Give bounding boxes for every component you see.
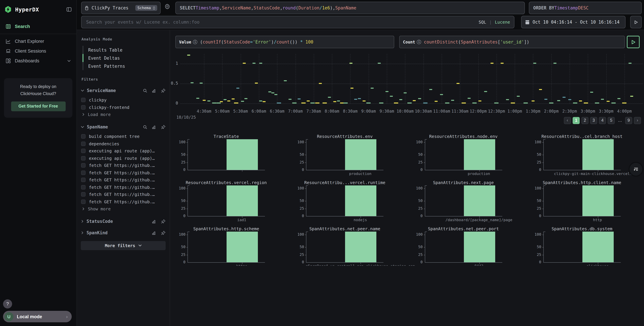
checkbox[interactable] [81,105,86,110]
checkbox[interactable] [81,192,86,197]
x-axis-tick-label: 1:00pm [508,109,522,114]
checkbox[interactable] [81,156,86,160]
filter-item-label[interactable]: fetch GET https://github.… [89,199,155,204]
mini-plot-area [188,139,265,170]
order-by-editor[interactable]: ORDER BY Timestamp DESC [529,2,642,14]
load-more-link[interactable]: Load more [82,111,166,118]
source-selector[interactable]: ClickPy Traces Schema [81,2,160,14]
sidebar-collapse-icon[interactable] [66,7,72,12]
pin-icon[interactable] [161,219,166,224]
sidebar-item-client-sessions[interactable]: Client Sessions [0,46,76,56]
search-icon[interactable] [143,88,148,93]
filter-item-label[interactable]: executing api route (app)… [89,156,155,161]
schema-badge[interactable]: Schema [136,5,158,11]
search-input[interactable] [86,19,474,25]
analysis-mode-event-deltas[interactable]: Event Deltas [82,54,170,62]
data-point [611,102,616,103]
mini-chart-resourceattributes-env[interactable]: ResourceAttributes.env10050250production [289,134,407,180]
filter-group-header-servicename[interactable]: ServiceName [81,88,166,93]
chart-settings-fab[interactable] [630,163,642,176]
filter-item-label[interactable]: clickpy-frontend [89,105,130,110]
analysis-mode-event-patterns[interactable]: Event Patterns [82,62,170,70]
filter-item-label[interactable]: fetch GET https://github.… [89,170,155,175]
filter-item-label[interactable]: clickpy [89,98,106,103]
get-started-button[interactable]: Get Started for Free [11,101,66,111]
pagination-page-4[interactable]: 4 [599,117,606,124]
filter-item-label[interactable]: fetch GET https://github.… [89,178,155,183]
mini-chart-resourceattribu-vercel-runtime[interactable]: ResourceAttribu...vercel.runtime10050250… [289,180,407,226]
mini-chart-resourceattributes-vercel-region[interactable]: ResourceAttributes.vercel.region10050250… [170,180,289,226]
mini-chart-spanattributes-net-peer-name[interactable]: SpanAttributes.net.peer.name10050250z5nr… [289,226,407,266]
mini-chart-spanattributes-net-peer-port[interactable]: SpanAttributes.net.peer.port100502508443 [407,226,526,266]
checkbox[interactable] [81,185,86,190]
checkbox[interactable] [81,149,86,153]
mini-y-tick-label: 25 [289,160,304,164]
filter-group-header-spankind[interactable]: SpanKind [81,230,166,235]
checkbox[interactable] [81,200,86,204]
mini-chart-tracestate[interactable]: TraceState10050250 [170,134,289,180]
count-expression-input[interactable]: Count i countDistinct(SpanAttributes['us… [399,36,625,48]
mini-plot-area [425,139,502,170]
bar-chart-icon[interactable] [152,88,156,93]
filter-group-header-spanname[interactable]: SpanName [81,124,166,129]
data-point [298,98,300,99]
checkbox[interactable] [81,171,86,175]
sidebar-item-chart-explorer[interactable]: Chart Explorer [0,36,76,46]
pagination-page-9[interactable]: 9 [625,117,632,124]
y-axis-tick [186,162,188,163]
pin-icon[interactable] [161,125,166,129]
more-filters-button[interactable]: More filters [81,241,166,250]
pin-icon[interactable] [161,88,166,93]
search-icon[interactable] [143,125,148,129]
pagination-page-5[interactable]: 5 [608,117,615,124]
mini-chart-spanattributes-db-system[interactable]: SpanAttributes.db.system10050250clickhou… [526,226,644,266]
pagination-page-2[interactable]: 2 [582,117,588,124]
help-button[interactable]: ? [3,299,12,308]
run-search-button[interactable] [630,16,642,28]
mini-chart-spanattributes-http-scheme[interactable]: SpanAttributes.http.scheme10050250https [170,226,289,266]
filter-item-label[interactable]: fetch GET https://github.… [89,163,155,168]
local-mode-menu[interactable]: U Local mode › [3,311,72,322]
filter-item-label[interactable]: build component tree [89,134,140,139]
data-point [390,96,393,97]
y-axis-tick-label: 1 [170,61,178,66]
checkbox[interactable] [81,178,86,182]
sidebar-item-dashboards[interactable]: Dashboards [0,56,76,66]
filter-item-label[interactable]: dependencies [89,141,119,146]
data-point [461,102,466,103]
checkbox[interactable] [81,98,86,102]
lucene-mode-toggle[interactable]: Lucene [495,20,510,25]
analysis-mode-results-table[interactable]: Results Table [82,46,170,54]
event-deltas-chart[interactable]: 10/10/25 00.514:30am5:00am5:30am6:00am6:… [170,47,644,119]
pagination-prev[interactable]: ‹ [564,117,571,124]
data-point [274,94,278,95]
checkbox[interactable] [81,163,86,168]
sql-mode-toggle[interactable]: SQL [478,20,486,25]
pagination-page-1[interactable]: 1 [573,117,580,124]
sidebar-item-search[interactable]: Search [0,22,76,31]
gear-icon[interactable] [164,4,170,9]
bar-chart-icon[interactable] [152,125,156,129]
run-query-button[interactable] [627,36,640,48]
time-range-picker[interactable]: Oct 10 04:16:14 - Oct 10 16:16:14 [521,16,626,28]
checkbox[interactable] [81,134,86,139]
checkbox[interactable] [81,142,86,146]
pagination-next[interactable]: › [634,117,641,124]
filter-item-label[interactable]: fetch GET https://github.… [89,192,155,197]
pagination-page-3[interactable]: 3 [590,117,597,124]
filter-group-header-statuscode[interactable]: StatusCode [81,219,166,224]
bar-chart-icon[interactable] [152,219,156,224]
mini-chart-spanattributes-http-client-name[interactable]: SpanAttributes.http.client.name10050250h… [526,180,644,226]
value-expression-input[interactable]: Value i (countIf(StatusCode='Error')/cou… [176,36,394,48]
mini-chart-resourceattributes-node-env[interactable]: ResourceAttributes.node.env10050250produ… [407,134,526,180]
sql-select-editor[interactable]: SELECT Timestamp, ServiceName, StatusCod… [176,2,525,14]
x-axis-tick-label: 4:00pm [617,109,632,114]
mini-chart-resourceattribu-cel-branch-host[interactable]: ResourceAttribu..cel.branch_host10050250… [526,134,644,180]
filter-item-label[interactable]: executing api route (app)… [89,148,155,153]
filter-item-label[interactable]: fetch GET https://github.… [89,185,155,190]
pin-icon[interactable] [161,230,166,235]
mini-chart-spanattributes-next-page[interactable]: SpanAttributes.next.page10050250/dashboa… [407,180,526,226]
y-axis-tick [186,255,188,255]
bar-chart-icon[interactable] [152,230,156,235]
load-more-link[interactable]: Show more [82,205,166,212]
